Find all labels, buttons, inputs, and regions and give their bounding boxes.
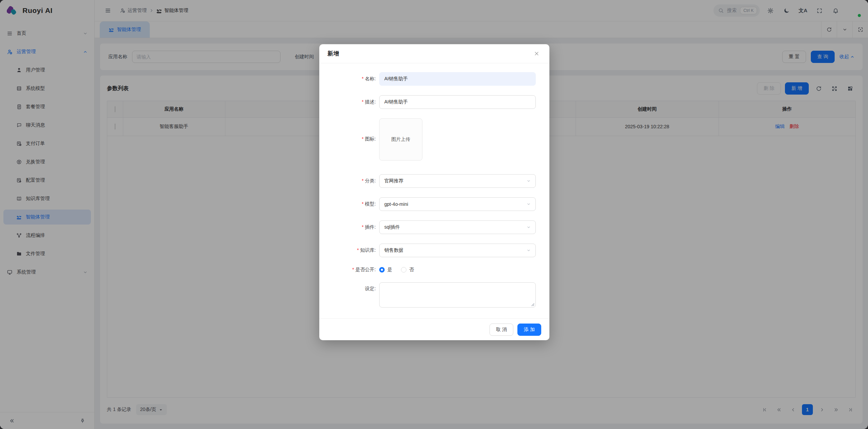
required-mark: * [357, 247, 359, 253]
category-label: *分类: [325, 178, 379, 184]
cancel-button[interactable]: 取 消 [489, 324, 513, 336]
public-field-row: *是否公开: 是 否 [325, 267, 536, 273]
required-mark: * [352, 267, 354, 272]
description-label: *描述: [325, 99, 379, 105]
plugin-value: sql插件 [384, 224, 400, 230]
knowledge-base-label: *知识库: [325, 247, 379, 253]
name-field-row: *名称: [325, 72, 536, 86]
upload-text: 图片上传 [391, 136, 411, 143]
setting-field-row: 设定: [325, 282, 536, 308]
category-select[interactable]: 官网推荐 [379, 174, 536, 188]
description-field-row: *描述: [325, 95, 536, 109]
radio-unselected-icon [401, 267, 406, 273]
chevron-down-icon [527, 225, 531, 229]
required-mark: * [362, 136, 364, 142]
submit-button[interactable]: 添 加 [517, 324, 541, 336]
radio-label: 是 [387, 267, 392, 273]
chevron-down-icon [527, 202, 531, 206]
add-agent-dialog: 新增 *名称: *描述: *图标: 图片上传 *分类: [319, 44, 549, 340]
model-field-row: *模型: gpt-4o-mini [325, 197, 536, 211]
dialog-header: 新增 [319, 44, 549, 63]
required-mark: * [362, 76, 364, 81]
model-select[interactable]: gpt-4o-mini [379, 197, 536, 211]
icon-field-row: *图标: 图片上传 [325, 118, 536, 161]
required-mark: * [362, 99, 364, 104]
required-mark: * [362, 178, 364, 183]
image-upload-box[interactable]: 图片上传 [379, 118, 422, 161]
category-value: 官网推荐 [384, 178, 403, 184]
public-no-radio[interactable]: 否 [401, 267, 414, 273]
chevron-down-icon [527, 179, 531, 183]
name-input[interactable] [379, 72, 536, 86]
chevron-down-icon [527, 248, 531, 252]
dialog-footer: 取 消 添 加 [319, 318, 549, 340]
public-label: *是否公开: [325, 267, 379, 273]
name-label: *名称: [325, 76, 379, 82]
icon-label: *图标: [325, 118, 379, 142]
knowledge-base-value: 销售数据 [384, 247, 403, 253]
description-input[interactable] [379, 95, 536, 109]
plugin-select[interactable]: sql插件 [379, 220, 536, 234]
close-icon[interactable] [532, 49, 541, 59]
required-mark: * [362, 224, 364, 230]
radio-label: 否 [409, 267, 414, 273]
dialog-body: *名称: *描述: *图标: 图片上传 *分类: 官网推荐 [319, 63, 549, 318]
dialog-title: 新增 [327, 50, 339, 57]
plugin-field-row: *插件: sql插件 [325, 220, 536, 234]
radio-selected-icon [379, 267, 385, 273]
knowledge-base-field-row: *知识库: 销售数据 [325, 244, 536, 257]
required-mark: * [362, 201, 364, 207]
setting-label: 设定: [325, 282, 379, 292]
model-label: *模型: [325, 201, 379, 207]
category-field-row: *分类: 官网推荐 [325, 174, 536, 188]
knowledge-base-select[interactable]: 销售数据 [379, 244, 536, 257]
model-value: gpt-4o-mini [384, 201, 408, 207]
plugin-label: *插件: [325, 224, 379, 230]
setting-textarea[interactable] [379, 282, 536, 308]
public-yes-radio[interactable]: 是 [379, 267, 392, 273]
app-window: Ruoyi AI 首页 运营管理 用户管理 系统模型 [0, 0, 868, 429]
